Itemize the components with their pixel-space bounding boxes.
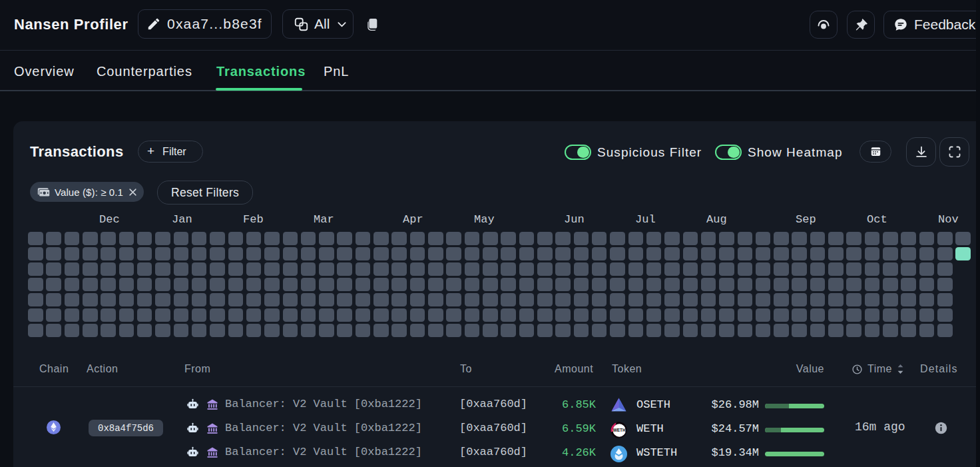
svg-text:WETH: WETH <box>613 428 626 432</box>
